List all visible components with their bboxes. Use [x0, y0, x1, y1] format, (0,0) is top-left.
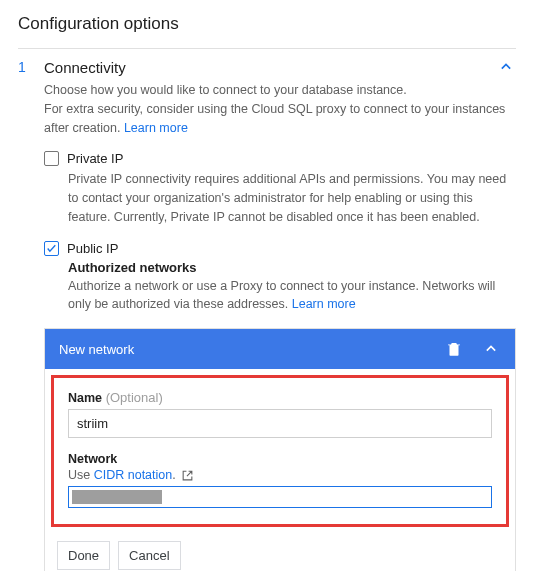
- delete-icon[interactable]: [445, 340, 463, 358]
- step-number: 1: [18, 53, 44, 571]
- checkbox-checked-icon: [44, 241, 59, 256]
- public-ip-option: Public IP Authorized networks Authorize …: [44, 241, 516, 315]
- learn-more-link[interactable]: Learn more: [124, 121, 188, 135]
- divider: [18, 48, 516, 49]
- private-ip-label: Private IP: [67, 151, 123, 166]
- private-ip-option: Private IP Private IP connectivity requi…: [44, 151, 516, 226]
- section-header-connectivity[interactable]: Connectivity: [44, 53, 516, 79]
- name-field-label: Name (Optional): [68, 390, 492, 405]
- page-title: Configuration options: [18, 14, 516, 34]
- cancel-button[interactable]: Cancel: [118, 541, 180, 570]
- private-ip-description: Private IP connectivity requires additio…: [68, 170, 516, 226]
- authorized-networks-heading: Authorized networks: [68, 260, 516, 275]
- learn-more-link-auth[interactable]: Learn more: [292, 297, 356, 311]
- checkbox-unchecked-icon: [44, 151, 59, 166]
- network-input-value: [72, 490, 162, 504]
- public-ip-checkbox[interactable]: Public IP: [44, 241, 516, 256]
- network-field-help: Use CIDR notation.: [68, 468, 492, 482]
- external-link-icon: [181, 469, 194, 482]
- new-network-header[interactable]: New network: [45, 329, 515, 369]
- cidr-notation-link[interactable]: CIDR notation: [94, 468, 173, 482]
- chevron-up-icon: [496, 57, 516, 77]
- done-button[interactable]: Done: [57, 541, 110, 570]
- section-title: Connectivity: [44, 59, 126, 76]
- name-input[interactable]: [68, 409, 492, 438]
- section-description: Choose how you would like to connect to …: [44, 81, 516, 137]
- new-network-title: New network: [59, 342, 134, 357]
- authorized-networks-description: Authorize a network or use a Proxy to co…: [68, 277, 516, 315]
- new-network-card: New network Name (Optional): [44, 328, 516, 571]
- network-field-label: Network: [68, 452, 492, 466]
- network-input[interactable]: [68, 486, 492, 508]
- network-form: Name (Optional) Network Use CIDR notatio…: [51, 375, 509, 527]
- chevron-up-icon[interactable]: [481, 339, 501, 359]
- private-ip-checkbox[interactable]: Private IP: [44, 151, 516, 166]
- public-ip-label: Public IP: [67, 241, 118, 256]
